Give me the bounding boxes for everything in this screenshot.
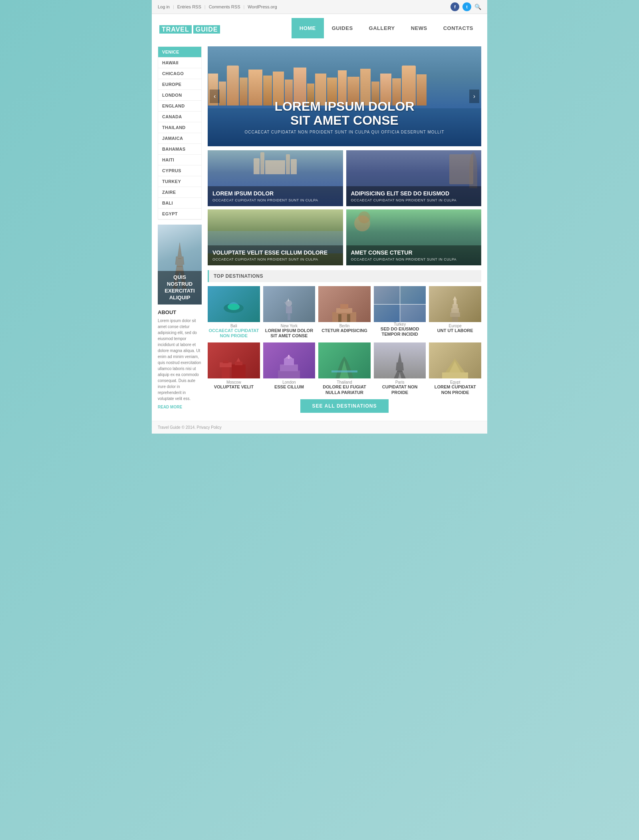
dest-newyork-location: New York: [263, 324, 316, 328]
card-3[interactable]: VOLUPTATE VELIT ESSE CILLUM DOLORE OCCAE…: [208, 209, 343, 265]
hero-title: LOREM IPSUM DOLOR SIT AMET CONSE: [244, 100, 444, 127]
section-title: TOP DESTINATIONS: [214, 273, 263, 279]
svg-rect-24: [280, 364, 298, 371]
dest-egypt-location: Egypt: [429, 380, 481, 384]
berlin-image: [330, 300, 358, 322]
svg-rect-6: [286, 306, 292, 313]
dest-moscow-location: Moscow: [208, 380, 260, 384]
card-1-title: LOREM IPSUM DOLOR: [212, 190, 338, 197]
dest-london-location: London: [263, 380, 316, 384]
dest-turkey[interactable]: Turkey SED DO EIUSMOD TEMPOR INCIDID: [374, 286, 426, 338]
logo-travel: TRAVEL: [159, 25, 192, 34]
dest-london[interactable]: London ESSE CILLUM: [263, 342, 316, 395]
footer: Travel Guide © 2014. Privacy Policy: [152, 421, 487, 434]
card-3-subtitle: OCCAECAT CUPIDATAT NON PROIDENT SUNT IN …: [212, 257, 338, 261]
dest-paris[interactable]: Paris CUPIDATAT NON PROIDE: [374, 342, 426, 395]
dest-europe-location: Europe: [429, 324, 481, 328]
moscow-image: [220, 354, 248, 378]
card-4[interactable]: AMET CONSE CTETUR OCCAECAT CUPIDATAT NON…: [346, 209, 482, 265]
sidebar-item-bahamas[interactable]: BAHAMAS: [158, 144, 201, 155]
bali-image: [222, 294, 246, 314]
sidebar-item-chicago[interactable]: CHICAGO: [158, 68, 201, 79]
dest-egypt[interactable]: Egypt LOREM CUPIDATAT NON PROIDE: [429, 342, 481, 395]
topbar-right: f t 🔍: [450, 2, 481, 11]
card-1-overlay: LOREM IPSUM DOLOR OCCAECAT CUPIDATAT NON…: [208, 186, 343, 206]
sidebar-nav: VENICE HAWAII CHICAGO EUROPE LONDON ENGL…: [158, 46, 202, 220]
svg-point-4: [228, 304, 240, 310]
hero-text: LOREM IPSUM DOLOR SIT AMET CONSE OCCAECA…: [244, 100, 444, 146]
card-1[interactable]: LOREM IPSUM DOLOR OCCAECAT CUPIDATAT NON…: [208, 150, 343, 206]
sidebar-item-thailand[interactable]: THAILAND: [158, 122, 201, 133]
destinations-row-2: Moscow VOLUPTATE VELIT: [208, 342, 481, 395]
dest-moscow[interactable]: Moscow VOLUPTATE VELIT: [208, 342, 260, 395]
twitter-icon[interactable]: t: [462, 2, 471, 11]
svg-rect-25: [284, 358, 294, 365]
login-link[interactable]: Log in: [158, 4, 170, 9]
statue-liberty-image: [282, 292, 296, 320]
dest-berlin[interactable]: Berlin CTETUR ADIPISICING: [318, 286, 371, 338]
sidebar-item-hawaii[interactable]: HAWAII: [158, 58, 201, 68]
cards-grid: LOREM IPSUM DOLOR OCCAECAT CUPIDATAT NON…: [208, 150, 481, 265]
dest-london-name: ESSE CILLUM: [263, 384, 316, 390]
entries-rss-link[interactable]: Entries RSS: [177, 4, 201, 9]
privacy-policy-link[interactable]: Privacy Policy: [197, 425, 222, 430]
card-3-title: VOLUPTATE VELIT ESSE CILLUM DOLORE: [212, 249, 338, 256]
svg-rect-21: [232, 364, 246, 378]
logo-guide: GUIDE: [193, 25, 220, 34]
logo[interactable]: TRAVELGUIDE: [158, 22, 220, 34]
dest-thailand[interactable]: Thailand DOLORE EU FUGIAT NULLA PARIATUR: [318, 342, 371, 395]
dest-bali-location: Bali: [208, 324, 260, 328]
footer-copyright: Travel Guide © 2014.: [158, 425, 196, 430]
dest-europe[interactable]: Europe UNT UT LABORE: [429, 286, 481, 338]
sidebar-promo-text: QUIS NOSTRUD EXERCITATI ALIQUIP: [158, 271, 202, 305]
egypt-image: [442, 356, 468, 378]
card-4-subtitle: OCCAECAT CUPIDATAT NON PROIDENT SUNT IN …: [351, 257, 477, 261]
nav-gallery[interactable]: GALLERY: [361, 18, 403, 38]
wordpress-link[interactable]: WordPress.org: [248, 4, 277, 9]
see-all-destinations-button[interactable]: SEE ALL DESTINATIONS: [300, 399, 389, 413]
dest-turkey-name: SED DO EIUSMOD TEMPOR INCIDID: [374, 326, 426, 337]
sidebar-item-london[interactable]: LONDON: [158, 90, 201, 101]
sidebar-about-title: ABOUT: [158, 309, 202, 315]
topbar-links: Log in | Entries RSS | Comments RSS | Wo…: [158, 4, 277, 9]
search-button[interactable]: 🔍: [474, 4, 481, 10]
nav-home[interactable]: HOME: [292, 18, 324, 38]
dest-newyork-name: LOREM IPSUM DOLOR SIT AMET CONSE: [263, 328, 316, 338]
svg-rect-17: [454, 300, 456, 305]
svg-rect-20: [223, 360, 228, 363]
dest-newyork[interactable]: New York LOREM IPSUM DOLOR SIT AMET CONS…: [263, 286, 316, 338]
sidebar-item-venice[interactable]: VENICE: [158, 47, 201, 58]
card-4-overlay: AMET CONSE CTETUR OCCAECAT CUPIDATAT NON…: [346, 245, 482, 265]
sidebar-item-turkey[interactable]: TURKEY: [158, 176, 201, 187]
sidebar-promo[interactable]: QUIS NOSTRUD EXERCITATI ALIQUIP: [158, 225, 202, 305]
sidebar: VENICE HAWAII CHICAGO EUROPE LONDON ENGL…: [158, 46, 202, 417]
dest-egypt-name: LOREM CUPIDATAT NON PROIDE: [429, 384, 481, 395]
read-more-link[interactable]: READ MORE: [158, 405, 182, 409]
dest-paris-name: CUPIDATAT NON PROIDE: [374, 384, 426, 395]
card-2[interactable]: ADIPISICING ELIT SED DO EIUSMOD OCCAECAT…: [346, 150, 482, 206]
sidebar-item-canada[interactable]: CANADA: [158, 111, 201, 122]
svg-rect-10: [340, 304, 348, 309]
sidebar-item-jamaica[interactable]: JAMAICA: [158, 133, 201, 144]
sidebar-item-bali[interactable]: BALI: [158, 198, 201, 209]
nav-guides[interactable]: GUIDES: [324, 18, 361, 38]
svg-rect-30: [442, 372, 468, 378]
sidebar-about: ABOUT Lorem ipsum dolor sit amet conse c…: [158, 309, 202, 410]
comments-rss-link[interactable]: Comments RSS: [209, 4, 240, 9]
sidebar-item-egypt[interactable]: EGYPT: [158, 209, 201, 219]
content: ‹ LOREM IPSUM DOLOR SIT AMET CONSE OCCAE…: [208, 46, 481, 417]
sidebar-item-haiti[interactable]: HAITI: [158, 155, 201, 165]
hero-prev-button[interactable]: ‹: [210, 90, 220, 103]
sidebar-item-zaire[interactable]: ZAIRE: [158, 187, 201, 198]
sidebar-item-europe[interactable]: EUROPE: [158, 79, 201, 90]
sidebar-item-cyprus[interactable]: CYPRUS: [158, 165, 201, 176]
facebook-icon[interactable]: f: [450, 2, 459, 11]
hero-next-button[interactable]: ›: [469, 90, 479, 103]
hero-slider: ‹ LOREM IPSUM DOLOR SIT AMET CONSE OCCAE…: [208, 46, 481, 146]
nav-contacts[interactable]: CONTACTS: [435, 18, 481, 38]
dest-bali[interactable]: Bali OCCAECAT CUPIDATAT NON PROIDE: [208, 286, 260, 338]
nav-news[interactable]: NEWS: [403, 18, 435, 38]
svg-rect-18: [222, 366, 230, 378]
sidebar-item-england[interactable]: ENGLAND: [158, 101, 201, 111]
card-4-title: AMET CONSE CTETUR: [351, 249, 477, 256]
